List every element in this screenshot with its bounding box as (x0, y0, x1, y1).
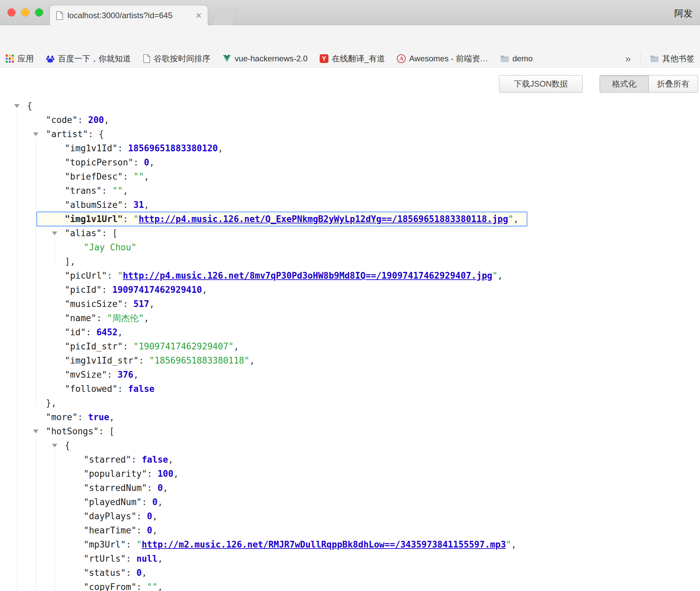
json-colon: : (123, 172, 133, 182)
json-comma: , (144, 313, 149, 323)
json-colon: : (96, 313, 107, 323)
traffic-light-minimize[interactable] (21, 8, 29, 17)
tab-close-icon[interactable]: × (196, 10, 202, 21)
json-value: 0 (157, 483, 163, 493)
json-quote: " (118, 271, 123, 281)
view-mode-segmented: 格式化 折叠所有 (600, 75, 698, 93)
bookmark-label: vue-hackernews-2.0 (235, 54, 308, 63)
json-bracket: { (99, 129, 104, 139)
other-bookmarks[interactable]: 其他书签 (650, 53, 695, 64)
bookmark-item[interactable]: vue-hackernews-2.0 (223, 54, 308, 63)
json-comma: , (118, 327, 123, 337)
traffic-lights (7, 8, 43, 17)
json-quote: " (134, 214, 139, 224)
json-comma: , (51, 398, 57, 408)
vue-icon (223, 55, 231, 63)
json-value: 100 (157, 469, 173, 479)
json-line: "topicPerson": 0, (0, 155, 700, 169)
json-key: "alias" (65, 228, 102, 238)
collapse-toggle-icon[interactable] (14, 104, 20, 108)
json-value: 0 (152, 497, 158, 507)
json-quote: " (492, 271, 498, 281)
json-comma: , (514, 214, 519, 224)
json-comma: , (168, 455, 173, 465)
bookmark-item[interactable]: Y在线翻译_有道 (320, 53, 385, 64)
bookmark-item[interactable]: AAwesomes - 前端资… (397, 53, 488, 64)
json-bracket: ] (65, 256, 70, 267)
browser-tab[interactable]: localhost:3000/artists?id=645 × (50, 5, 208, 26)
format-button[interactable]: 格式化 (600, 75, 649, 93)
bookmark-item[interactable]: 百度一下，你就知道 (46, 53, 131, 64)
json-key: "musicSize" (65, 299, 123, 309)
json-comma: , (157, 554, 163, 564)
bookmark-item[interactable]: demo (500, 54, 533, 63)
json-key: "name" (65, 313, 96, 323)
json-value: 19097417462929410 (112, 285, 202, 295)
json-value: "" (134, 172, 144, 182)
json-value: "18569651883380118" (149, 355, 249, 366)
json-line: "alias": [ (0, 226, 700, 240)
json-comma: , (142, 568, 147, 578)
new-tab-button[interactable] (212, 8, 238, 25)
json-comma: , (152, 525, 158, 535)
json-colon: : (137, 582, 147, 591)
traffic-light-close[interactable] (7, 8, 16, 17)
json-line: "popularity": 100, (0, 467, 700, 481)
json-line: "status": 0, (0, 566, 700, 580)
json-comma: , (511, 539, 517, 550)
collapse-toggle-icon[interactable] (33, 430, 38, 433)
json-colon: : (102, 285, 112, 295)
json-colon: : (126, 539, 136, 550)
json-line: "mvSize": 376, (0, 368, 700, 382)
json-bracket: [ (112, 228, 118, 238)
bookmarks-right: » 其他书签 (625, 50, 695, 67)
json-line: "hotSongs": [ (0, 424, 700, 438)
json-colon: : (137, 525, 147, 535)
json-line: "id": 6452, (0, 325, 700, 339)
json-key: "artist" (46, 129, 88, 139)
collapse-toggle-icon[interactable] (33, 132, 38, 136)
json-comma: , (144, 200, 149, 210)
awesomes-icon: A (397, 54, 406, 63)
json-line: "followed": false (0, 382, 700, 396)
json-colon: : (123, 200, 133, 210)
json-value: false (142, 455, 168, 465)
json-key: "albumSize" (65, 200, 123, 210)
json-key: "hotSongs" (46, 426, 99, 436)
tab-strip: localhost:3000/artists?id=645 × 阿发 (0, 0, 700, 25)
json-url-link[interactable]: http://m2.music.126.net/RMJR7wDullRqppBk… (142, 539, 506, 550)
collapse-toggle-icon[interactable] (52, 444, 57, 447)
profile-name[interactable]: 阿发 (674, 7, 693, 20)
json-key: "briefDesc" (65, 172, 123, 182)
json-line: "name": "周杰伦", (0, 311, 700, 325)
json-url-link[interactable]: http://p4.music.126.net/8mv7qP30Pd3oHW8b… (123, 271, 492, 281)
json-comma: , (498, 271, 503, 281)
json-line: { (0, 99, 700, 113)
json-key: "code" (46, 115, 78, 125)
json-value: 0 (147, 511, 152, 521)
json-quote: " (506, 539, 511, 550)
traffic-light-zoom[interactable] (35, 8, 43, 17)
json-colon: : (86, 327, 96, 337)
collapse-toggle-icon[interactable] (52, 231, 57, 235)
collapse-all-button[interactable]: 折叠所有 (649, 75, 698, 93)
json-key: "starredNum" (84, 483, 147, 493)
json-url-link[interactable]: http://p4.music.126.net/Q_ExePNkmgB2yWyL… (139, 214, 508, 224)
bookmark-item[interactable]: 应用 (5, 53, 34, 64)
json-colon: : (123, 341, 133, 351)
json-colon: : (107, 370, 117, 380)
json-quote: " (137, 539, 142, 550)
bookmarks-list: 应用百度一下，你就知道谷歌按时间排序vue-hackernews-2.0Y在线翻… (5, 50, 533, 67)
json-value: 0 (137, 568, 142, 578)
json-value: null (137, 554, 158, 564)
json-key: "mp3Url" (84, 539, 126, 550)
bookmark-label: Awesomes - 前端资… (409, 53, 488, 64)
download-json-button[interactable]: 下载JSON数据 (499, 75, 583, 93)
json-colon: : (147, 483, 157, 493)
json-line: "starredNum": 0, (0, 481, 700, 495)
bookmarks-overflow-chevron[interactable]: » (625, 53, 631, 64)
json-value: false (128, 384, 154, 394)
json-key: "dayPlays" (84, 511, 137, 521)
tab-favicon-icon (56, 11, 63, 20)
bookmark-item[interactable]: 谷歌按时间排序 (143, 53, 210, 64)
